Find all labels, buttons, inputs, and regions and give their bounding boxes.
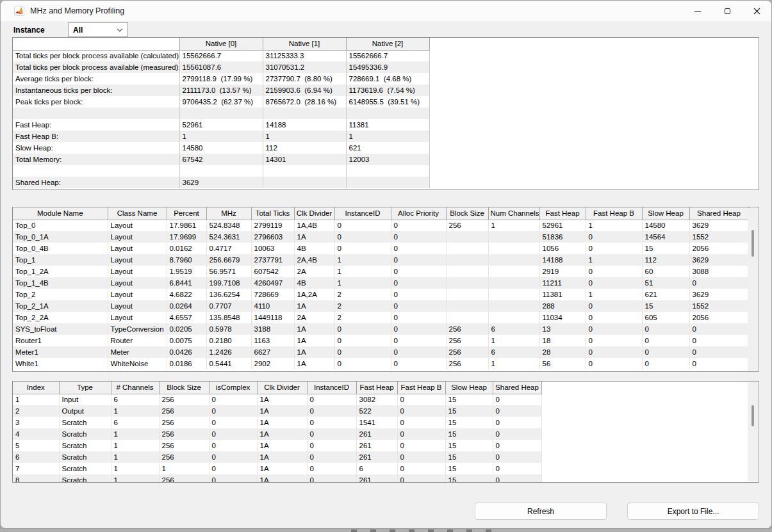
table-cell[interactable]: 1541 <box>356 417 397 428</box>
table-cell[interactable]: 14188 <box>539 254 586 266</box>
table-cell[interactable]: 1A <box>294 300 334 312</box>
table-cell[interactable]: 14580 <box>642 220 689 231</box>
table-cell[interactable]: 0.0075 <box>167 335 206 346</box>
table-cell[interactable]: 0 <box>334 346 391 358</box>
table-cell[interactable]: 0 <box>689 358 748 369</box>
table-cell[interactable]: 0 <box>307 440 356 451</box>
table-cell[interactable]: 2 <box>334 300 391 312</box>
table-cell[interactable]: 0 <box>334 243 391 254</box>
table-cell[interactable]: Scratch <box>59 463 111 474</box>
table-cell[interactable]: Scratch <box>59 474 111 483</box>
table-cell[interactable]: Average ticks per block: <box>13 73 179 85</box>
table-cell[interactable]: 256 <box>446 358 488 369</box>
table-cell[interactable]: 0 <box>334 358 391 369</box>
table-cell[interactable]: 8765672.0 (28.16 %) <box>263 96 346 108</box>
table-cell[interactable]: 0 <box>391 312 446 323</box>
table-cell[interactable]: 2919 <box>539 266 586 277</box>
table-cell[interactable]: 256 <box>159 451 209 463</box>
table-cell[interactable]: 0 <box>209 428 257 440</box>
table-cell[interactable]: 13 <box>539 323 586 335</box>
table-cell[interactable]: Output <box>59 405 111 417</box>
table-cell[interactable]: 1 <box>586 254 642 266</box>
table-cell[interactable]: 15 <box>445 440 493 451</box>
table-cell[interactable] <box>179 108 263 119</box>
table-cell[interactable]: 2902 <box>251 358 294 369</box>
table-cell[interactable]: 0 <box>493 451 541 463</box>
table-cell[interactable]: Router1 <box>13 335 108 346</box>
table-cell[interactable] <box>446 231 488 243</box>
table-cell[interactable]: 0 <box>397 474 445 483</box>
table-cell[interactable] <box>488 266 539 277</box>
table-cell[interactable]: 1 <box>179 131 263 142</box>
table-cell[interactable]: 199.7108 <box>206 277 251 289</box>
table-cell[interactable] <box>446 312 488 323</box>
table-cell[interactable]: 1 <box>334 266 391 277</box>
table-cell[interactable]: 0 <box>391 300 446 312</box>
table-cell[interactable]: 1A <box>257 451 307 463</box>
table-cell[interactable]: 56 <box>539 358 586 369</box>
table-cell[interactable]: WhiteNoise <box>108 358 167 369</box>
table-cell[interactable]: 3629 <box>689 220 748 231</box>
table-cell[interactable]: 0 <box>209 463 257 474</box>
table-cell[interactable]: 1 <box>263 131 346 142</box>
table-cell[interactable]: 1 <box>111 451 159 463</box>
table-cell[interactable]: 15 <box>445 394 493 405</box>
table-cell[interactable]: Top_0_1A <box>13 231 108 243</box>
table-cell[interactable]: 0 <box>209 405 257 417</box>
table-cell[interactable]: 0 <box>209 474 257 483</box>
table-cell[interactable]: 2111173.0 (13.57 %) <box>179 85 263 96</box>
table-cell[interactable]: 1.2426 <box>206 346 251 358</box>
table-cell[interactable]: 6.8441 <box>167 277 206 289</box>
table-cell[interactable]: 51836 <box>539 231 586 243</box>
table-cell[interactable]: 0 <box>586 323 642 335</box>
table-cell[interactable]: 11381 <box>539 289 586 300</box>
table-cell[interactable]: 0 <box>334 323 391 335</box>
table-cell[interactable] <box>488 300 539 312</box>
table-cell[interactable]: 15 <box>445 405 493 417</box>
table-cell[interactable]: 60 <box>642 266 689 277</box>
table-cell[interactable]: Peak ticks per block: <box>13 96 179 108</box>
table-cell[interactable]: 0 <box>586 231 642 243</box>
table-cell[interactable]: Top_1_2A <box>13 266 108 277</box>
table-cell[interactable]: 14580 <box>179 142 263 154</box>
table-cell[interactable]: 15 <box>445 428 493 440</box>
table-cell[interactable]: 8 <box>13 474 59 483</box>
table-cell[interactable]: 0 <box>391 335 446 346</box>
table-cell[interactable]: 1 <box>111 440 159 451</box>
table-cell[interactable]: 67542 <box>179 154 263 165</box>
table-cell[interactable]: 256 <box>446 220 488 231</box>
table-cell[interactable]: 31125333.3 <box>263 50 346 61</box>
table-cell[interactable] <box>179 165 263 177</box>
table-cell[interactable]: 0 <box>397 463 445 474</box>
table-cell[interactable]: 0 <box>307 394 356 405</box>
table-cell[interactable]: Top_0_4B <box>13 243 108 254</box>
table-cell[interactable] <box>263 177 346 188</box>
table-cell[interactable] <box>263 108 346 119</box>
table-cell[interactable]: Total Memory: <box>13 154 179 165</box>
table-cell[interactable]: 256 <box>159 394 209 405</box>
table-cell[interactable]: 0 <box>334 231 391 243</box>
table-cell[interactable]: 0 <box>689 323 748 335</box>
table-cell[interactable]: 3629 <box>689 289 748 300</box>
table-cell[interactable]: 0 <box>209 394 257 405</box>
table-cell[interactable]: 56.9571 <box>206 266 251 277</box>
table-cell[interactable]: 0 <box>307 474 356 483</box>
table-cell[interactable]: 1A <box>257 417 307 428</box>
table-cell[interactable]: 256 <box>446 335 488 346</box>
table-cell[interactable]: 14301 <box>263 154 346 165</box>
table-cell[interactable]: 4 <box>13 428 59 440</box>
table-cell[interactable]: 2 <box>334 312 391 323</box>
table-cell[interactable]: 0 <box>493 440 541 451</box>
table-cell[interactable]: 14188 <box>263 119 346 131</box>
table-cell[interactable]: 1 <box>334 254 391 266</box>
table-cell[interactable]: 0 <box>307 428 356 440</box>
table-cell[interactable]: 1 <box>586 289 642 300</box>
table-cell[interactable]: 1A <box>294 346 334 358</box>
table-cell[interactable]: 0 <box>642 335 689 346</box>
table-cell[interactable]: 136.6254 <box>206 289 251 300</box>
table-cell[interactable]: 6 <box>111 394 159 405</box>
table-cell[interactable]: Total ticks per block process available … <box>13 50 179 61</box>
table-cell[interactable]: Input <box>59 394 111 405</box>
table-cell[interactable]: Shared Heap: <box>13 177 179 188</box>
table-cell[interactable]: 0 <box>493 463 541 474</box>
